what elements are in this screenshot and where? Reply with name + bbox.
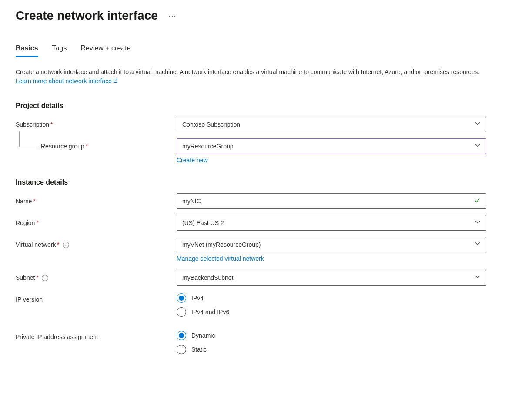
ip-version-label: IP version: [16, 292, 177, 307]
page-title: Create network interface: [16, 9, 158, 23]
description-text: Create a network interface and attach it…: [16, 67, 494, 86]
tree-elbow-icon: [19, 131, 37, 147]
ip-version-ipv4-ipv6-radio[interactable]: IPv4 and IPv6: [177, 307, 486, 317]
chevron-down-icon: [475, 274, 481, 282]
subnet-label: Subnet* i: [16, 270, 177, 286]
region-select[interactable]: (US) East US 2: [177, 215, 486, 231]
info-icon[interactable]: i: [63, 242, 69, 248]
private-ip-static-radio[interactable]: Static: [177, 345, 486, 354]
instance-details-heading: Instance details: [16, 178, 506, 186]
project-details-heading: Project details: [16, 102, 506, 110]
chevron-down-icon: [475, 121, 481, 128]
subnet-select[interactable]: myBackendSubnet: [177, 270, 486, 286]
external-link-icon: [113, 77, 118, 86]
learn-more-link[interactable]: Learn more about network interface: [16, 77, 118, 84]
ip-version-ipv4-radio[interactable]: IPv4: [177, 293, 486, 303]
check-icon: [474, 197, 481, 205]
name-input[interactable]: myNIC: [177, 193, 486, 209]
manage-virtual-network-link[interactable]: Manage selected virtual network: [177, 255, 264, 262]
more-icon[interactable]: ⋯: [168, 12, 177, 20]
resource-group-select[interactable]: myResourceGroup: [177, 138, 486, 154]
virtual-network-select[interactable]: myVNet (myResourceGroup): [177, 237, 486, 252]
virtual-network-label: Virtual network* i: [16, 237, 177, 252]
info-icon[interactable]: i: [42, 275, 48, 281]
region-label: Region*: [16, 215, 177, 231]
private-ip-assignment-label: Private IP address assignment: [16, 329, 177, 345]
private-ip-dynamic-radio[interactable]: Dynamic: [177, 331, 486, 340]
name-label: Name*: [16, 193, 177, 209]
tab-bar: Basics Tags Review + create: [16, 44, 506, 57]
tab-review-create[interactable]: Review + create: [80, 44, 130, 57]
resource-group-label: Resource group*: [16, 138, 177, 154]
tab-tags[interactable]: Tags: [52, 44, 67, 57]
chevron-down-icon: [475, 143, 481, 150]
chevron-down-icon: [475, 219, 481, 227]
create-new-resource-group-link[interactable]: Create new: [177, 157, 208, 164]
chevron-down-icon: [475, 241, 481, 249]
subscription-select[interactable]: Contoso Subscription: [177, 117, 486, 132]
tab-basics[interactable]: Basics: [16, 44, 38, 57]
subscription-label: Subscription*: [16, 117, 177, 132]
